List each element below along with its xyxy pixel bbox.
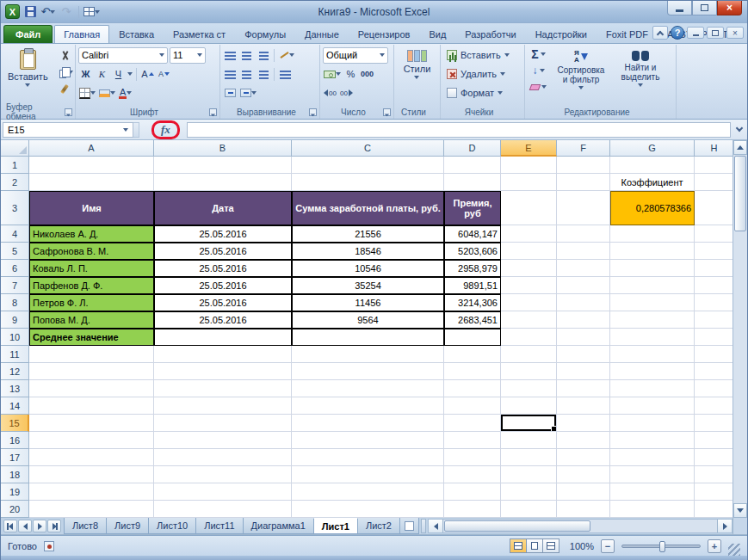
row-header-20[interactable]: 20 (1, 501, 29, 518)
cell-E17[interactable] (501, 449, 557, 466)
vertical-scrollbar[interactable] (733, 140, 747, 518)
doc-minimize-button[interactable] (687, 27, 704, 39)
ribbon-tab-file[interactable]: Файл (3, 25, 53, 43)
cell-H7[interactable] (695, 277, 733, 294)
cell-D9[interactable]: 2683,451 (444, 311, 501, 329)
decrease-indent-button[interactable] (278, 67, 293, 82)
cell-G15[interactable] (610, 415, 695, 432)
ribbon-tab-view[interactable]: Вид (419, 25, 455, 43)
help-button[interactable]: ? (671, 26, 684, 40)
zoom-out-button[interactable]: − (601, 539, 615, 553)
row-header-1[interactable]: 1 (1, 157, 29, 174)
align-left-button[interactable] (223, 67, 238, 82)
row-header-8[interactable]: 8 (1, 294, 29, 311)
number-format-combo[interactable]: Общий (323, 47, 388, 64)
cell-F6[interactable] (557, 260, 610, 277)
cell-C3[interactable]: Сумма заработной платы, руб. (292, 191, 444, 225)
doc-restore-button[interactable] (707, 27, 724, 39)
font-dialog-launcher[interactable] (209, 108, 217, 116)
cell-C15[interactable] (292, 415, 444, 432)
row-header-7[interactable]: 7 (1, 277, 29, 294)
ribbon-tab-developer[interactable]: Разработчи (455, 25, 525, 43)
name-box-splitter[interactable] (133, 122, 139, 138)
cell-C14[interactable] (292, 397, 444, 415)
page-layout-view-button[interactable] (526, 538, 543, 553)
cell-B16[interactable] (154, 432, 292, 449)
cell-G3[interactable]: 0,280578366 (610, 191, 695, 225)
delete-cells-button[interactable]: Удалить (443, 65, 522, 83)
cell-F1[interactable] (557, 157, 610, 174)
cell-B19[interactable] (154, 483, 292, 501)
cell-A16[interactable] (29, 432, 154, 449)
cell-A9[interactable]: Попова М. Д. (29, 311, 154, 329)
page-break-view-button[interactable] (542, 538, 559, 553)
column-header-F[interactable]: F (557, 140, 610, 157)
row-header-4[interactable]: 4 (1, 225, 29, 243)
cell-B4[interactable]: 25.05.2016 (154, 225, 292, 243)
cell-G14[interactable] (610, 397, 695, 415)
insert-sheet-button[interactable] (399, 518, 419, 534)
expand-formula-bar-button[interactable] (733, 122, 745, 138)
underline-dropdown-icon[interactable] (127, 72, 133, 76)
cell-B6[interactable]: 25.05.2016 (154, 260, 292, 277)
cell-D8[interactable]: 3214,306 (444, 294, 501, 311)
cell-G17[interactable] (610, 449, 695, 466)
cell-F10[interactable] (557, 329, 610, 346)
cell-G5[interactable] (610, 243, 695, 260)
cell-E15[interactable] (501, 415, 557, 432)
cell-E20[interactable] (501, 501, 557, 518)
scroll-right-button[interactable] (717, 520, 732, 532)
column-header-E[interactable]: E (501, 140, 557, 157)
row-header-9[interactable]: 9 (1, 311, 29, 329)
cell-D3[interactable]: Премия, руб (444, 191, 501, 225)
cell-C1[interactable] (292, 157, 444, 174)
cell-A8[interactable]: Петров Ф. Л. (29, 294, 154, 311)
cell-G4[interactable] (610, 225, 695, 243)
cell-H16[interactable] (695, 432, 733, 449)
cell-A7[interactable]: Парфенов Д. Ф. (29, 277, 154, 294)
orientation-button[interactable] (278, 48, 295, 63)
merge-center-button[interactable] (239, 86, 257, 101)
number-dialog-launcher[interactable] (383, 108, 391, 116)
cell-B3[interactable]: Дата (154, 191, 292, 225)
cell-A18[interactable] (29, 466, 154, 483)
cell-B7[interactable]: 25.05.2016 (154, 277, 292, 294)
cell-F17[interactable] (557, 449, 610, 466)
cell-E18[interactable] (501, 466, 557, 483)
borders-button[interactable] (78, 86, 96, 101)
cell-C2[interactable] (292, 174, 444, 191)
align-top-button[interactable] (223, 48, 238, 63)
sheet-tab-list9[interactable]: Лист9 (106, 518, 149, 534)
cell-C7[interactable]: 35254 (292, 277, 444, 294)
cell-F13[interactable] (557, 380, 610, 397)
cell-G13[interactable] (610, 380, 695, 397)
cell-A11[interactable] (29, 346, 154, 363)
scroll-left-button[interactable] (429, 520, 443, 532)
cell-A10[interactable]: Среднее значение (29, 329, 154, 346)
bold-button[interactable]: Ж (78, 67, 93, 82)
cell-A19[interactable] (29, 483, 154, 501)
cell-H13[interactable] (695, 380, 733, 397)
undo-dropdown-icon[interactable] (50, 10, 55, 14)
row-header-15[interactable]: 15 (1, 415, 29, 432)
cell-B12[interactable] (154, 363, 292, 380)
cell-F5[interactable] (557, 243, 610, 260)
cell-C13[interactable] (292, 380, 444, 397)
cell-G6[interactable] (610, 260, 695, 277)
row-header-6[interactable]: 6 (1, 260, 29, 277)
align-bottom-button[interactable] (256, 48, 270, 63)
cell-A5[interactable]: Сафронова В. М. (29, 243, 154, 260)
cell-D2[interactable] (444, 174, 501, 191)
row-header-2[interactable]: 2 (1, 174, 29, 191)
cut-button[interactable] (54, 48, 76, 64)
cell-A20[interactable] (29, 501, 154, 518)
paste-button[interactable]: Вставить (4, 46, 52, 106)
ribbon-tab-page-layout[interactable]: Разметка ст (164, 25, 235, 43)
cell-B9[interactable]: 25.05.2016 (154, 311, 292, 329)
cell-G1[interactable] (610, 157, 695, 174)
autosum-button[interactable]: Σ (528, 46, 549, 62)
cell-D12[interactable] (444, 363, 501, 380)
decrease-font-button[interactable]: А (157, 67, 171, 82)
cell-C8[interactable]: 11456 (292, 294, 444, 311)
find-select-button[interactable]: Найти и выделить (613, 46, 668, 106)
